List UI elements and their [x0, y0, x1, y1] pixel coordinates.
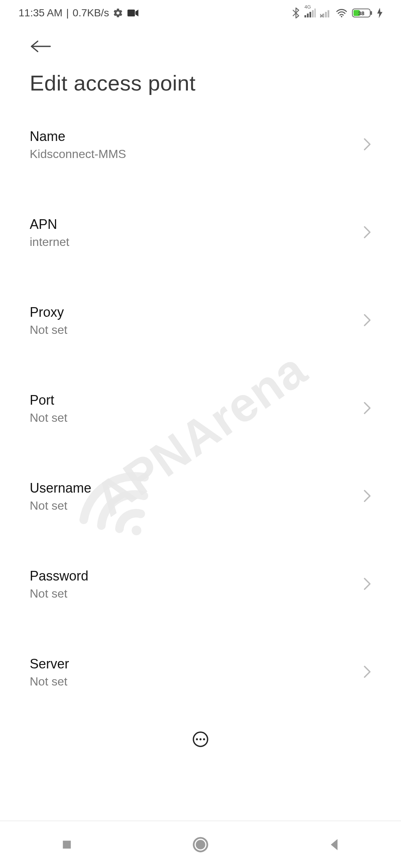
battery-pct: 38 — [358, 10, 365, 16]
setting-row-proxy[interactable]: Proxy Not set — [0, 290, 401, 352]
svg-rect-1 — [127, 10, 135, 17]
svg-point-19 — [203, 738, 205, 740]
bluetooth-icon — [292, 7, 300, 19]
status-time: 11:35 AM — [19, 7, 62, 19]
nav-home-button[interactable] — [190, 834, 211, 855]
svg-rect-9 — [325, 12, 327, 17]
status-left: 11:35 AM | 0.7KB/s — [19, 7, 139, 19]
more-button[interactable]: More — [189, 731, 211, 764]
more-icon — [192, 731, 209, 749]
status-data-rate: 0.7KB/s — [73, 7, 109, 19]
row-value: Not set — [30, 411, 363, 425]
square-icon — [61, 839, 73, 851]
row-label: Name — [30, 129, 363, 144]
row-value: Not set — [30, 499, 363, 513]
chevron-right-icon — [363, 138, 371, 152]
row-value: Not set — [30, 587, 363, 601]
row-value: Kidsconnect-MMS — [30, 147, 363, 161]
nav-back-button[interactable] — [324, 834, 345, 855]
row-label: Password — [30, 568, 363, 584]
triangle-left-icon — [328, 838, 340, 851]
signal-nosim-icon — [320, 9, 331, 17]
svg-rect-2 — [304, 15, 306, 17]
svg-point-11 — [341, 16, 342, 17]
svg-point-22 — [196, 840, 205, 849]
chevron-right-icon — [363, 665, 371, 680]
svg-point-18 — [199, 738, 201, 740]
back-button[interactable] — [30, 37, 52, 56]
nav-recent-button[interactable] — [56, 834, 77, 855]
settings-list: Name Kidsconnect-MMS APN internet Proxy … — [0, 99, 401, 769]
arrow-left-icon — [30, 39, 51, 53]
svg-point-17 — [196, 738, 198, 740]
nav-bar — [0, 821, 401, 868]
signal-4g-label: 4G — [304, 4, 311, 10]
gear-icon — [113, 8, 123, 18]
status-bar: 11:35 AM | 0.7KB/s 4G — [0, 0, 401, 26]
svg-rect-20 — [63, 841, 71, 848]
signal-4g-icon: 4G — [304, 9, 316, 17]
svg-rect-5 — [312, 10, 314, 18]
setting-row-server[interactable]: Server Not set — [0, 641, 401, 703]
status-right: 4G 38 — [292, 7, 382, 19]
header: Edit access point — [0, 26, 401, 99]
svg-rect-3 — [307, 14, 309, 18]
chevron-right-icon — [363, 577, 371, 592]
row-label: Proxy — [30, 305, 363, 320]
svg-rect-6 — [314, 9, 316, 17]
status-sep: | — [66, 7, 69, 19]
setting-row-username[interactable]: Username Not set — [0, 466, 401, 527]
row-value: internet — [30, 235, 363, 249]
circle-icon — [192, 836, 209, 853]
chevron-right-icon — [363, 313, 371, 328]
chevron-right-icon — [363, 401, 371, 416]
page-title: Edit access point — [30, 70, 371, 95]
setting-row-password[interactable]: Password Not set — [0, 553, 401, 615]
setting-row-apn[interactable]: APN internet — [0, 202, 401, 264]
wifi-icon — [336, 8, 348, 18]
row-value: Not set — [30, 675, 363, 688]
video-camera-icon — [127, 9, 139, 17]
charging-icon — [377, 8, 382, 18]
battery-icon: 38 — [352, 8, 373, 18]
svg-rect-4 — [310, 12, 312, 17]
row-label: APN — [30, 217, 363, 232]
svg-rect-13 — [371, 11, 372, 15]
chevron-right-icon — [363, 226, 371, 240]
svg-rect-10 — [327, 10, 329, 18]
setting-row-port[interactable]: Port Not set — [0, 378, 401, 440]
row-value: Not set — [30, 323, 363, 337]
row-label: Server — [30, 656, 363, 672]
row-label: Username — [30, 480, 363, 496]
chevron-right-icon — [363, 489, 371, 504]
setting-row-name[interactable]: Name Kidsconnect-MMS — [0, 114, 401, 176]
action-bar: More — [0, 721, 401, 773]
more-label: More — [189, 752, 211, 764]
row-label: Port — [30, 392, 363, 408]
